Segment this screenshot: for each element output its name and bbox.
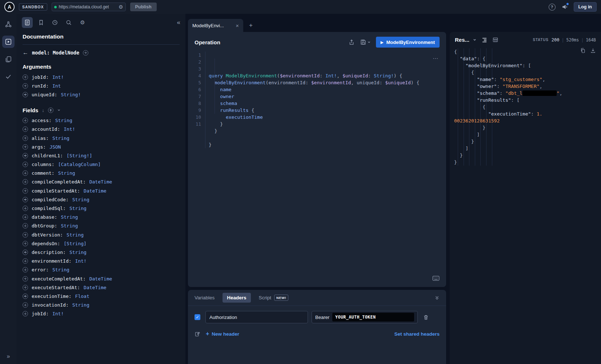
field-item[interactable]: executeCompletedAt:DateTime bbox=[17, 274, 185, 283]
code-line[interactable]: modelByEnvironment(environmentId: $envir… bbox=[209, 79, 446, 86]
operation-tab[interactable]: ModelByEnvi... × bbox=[188, 19, 243, 32]
settings-tab-icon[interactable]: ⚙ bbox=[77, 17, 88, 28]
collapse-docs-icon[interactable]: « bbox=[177, 19, 180, 26]
field-type[interactable]: Float bbox=[75, 294, 89, 299]
code-line[interactable]: executionTime bbox=[209, 114, 446, 121]
field-item[interactable]: accountId:Int! bbox=[17, 125, 185, 134]
field-item[interactable]: compiledSql:String bbox=[17, 204, 185, 213]
field-item[interactable]: environmentId:Int! bbox=[17, 257, 185, 266]
pretty-view-icon[interactable] bbox=[481, 37, 488, 43]
field-item[interactable]: columns:[CatalogColumn] bbox=[17, 160, 185, 169]
collapse-request-panel-icon[interactable] bbox=[434, 295, 440, 300]
operation-menu-icon[interactable]: ⋯ bbox=[433, 55, 439, 62]
field-type[interactable]: String bbox=[52, 136, 69, 141]
field-item[interactable]: alias:String bbox=[17, 134, 185, 142]
header-key-input[interactable] bbox=[205, 311, 308, 323]
add-to-query-icon[interactable] bbox=[23, 74, 28, 80]
argument-item[interactable]: uniqueId:String! bbox=[17, 90, 185, 99]
documentation-tab-icon[interactable] bbox=[22, 17, 33, 28]
add-to-query-icon[interactable] bbox=[23, 206, 28, 211]
history-tab-icon[interactable] bbox=[49, 17, 60, 28]
response-dropdown-chevron-icon[interactable] bbox=[473, 38, 477, 42]
field-item[interactable]: compiledCode:String bbox=[17, 195, 185, 204]
apollo-logo[interactable]: A bbox=[4, 2, 15, 12]
field-type[interactable]: String bbox=[69, 250, 87, 255]
code-line[interactable]: } bbox=[209, 141, 446, 148]
tab-script[interactable]: Script NEW! bbox=[259, 295, 289, 301]
field-type[interactable]: String bbox=[61, 223, 78, 228]
share-operation-icon[interactable] bbox=[348, 39, 355, 45]
argument-item[interactable]: jobId:Int! bbox=[17, 73, 185, 81]
tab-headers[interactable]: Headers bbox=[223, 293, 251, 303]
field-type[interactable]: Int bbox=[52, 83, 61, 89]
add-all-fields-icon[interactable] bbox=[48, 108, 53, 113]
new-header-button[interactable]: + New header bbox=[206, 331, 239, 337]
field-type[interactable]: String bbox=[67, 232, 84, 238]
add-to-query-icon[interactable] bbox=[23, 92, 28, 97]
set-shared-headers-link[interactable]: Set shared headers bbox=[394, 331, 440, 337]
field-item[interactable]: compileCompletedAt:DateTime bbox=[17, 178, 185, 186]
publish-button[interactable]: Publish bbox=[130, 3, 157, 11]
add-to-query-icon[interactable] bbox=[23, 118, 28, 123]
login-button[interactable]: Log in bbox=[574, 2, 597, 12]
add-to-query-icon[interactable] bbox=[23, 144, 28, 150]
new-tab-button[interactable]: + bbox=[247, 21, 255, 30]
keyboard-shortcuts-icon[interactable] bbox=[432, 275, 440, 281]
field-type[interactable]: String bbox=[69, 206, 87, 211]
expand-rail-icon[interactable]: » bbox=[0, 353, 17, 360]
code-line[interactable]: } bbox=[209, 128, 446, 134]
field-type[interactable]: Int! bbox=[52, 74, 64, 80]
add-to-query-icon[interactable] bbox=[23, 250, 28, 255]
add-to-query-icon[interactable] bbox=[23, 170, 28, 176]
add-to-query-icon[interactable] bbox=[23, 311, 28, 316]
field-item[interactable]: dbtGroup:String bbox=[17, 222, 185, 230]
code-line[interactable]: runResults { bbox=[209, 107, 446, 114]
field-item[interactable]: jobId:Int! bbox=[17, 310, 185, 318]
add-to-query-icon[interactable] bbox=[23, 285, 28, 290]
field-item[interactable]: args:JSON bbox=[17, 142, 185, 151]
field-item[interactable]: executionTime:Float bbox=[17, 292, 185, 300]
search-tab-icon[interactable] bbox=[63, 17, 74, 28]
field-item[interactable]: dependsOn:[String] bbox=[17, 239, 185, 248]
checks-nav-icon[interactable] bbox=[2, 70, 15, 83]
add-to-query-icon[interactable] bbox=[23, 214, 28, 220]
close-tab-icon[interactable]: × bbox=[236, 23, 239, 29]
back-icon[interactable]: ← bbox=[23, 50, 28, 56]
collections-nav-icon[interactable] bbox=[2, 53, 15, 65]
field-type[interactable]: DateTime bbox=[84, 285, 107, 290]
add-to-query-icon[interactable] bbox=[23, 83, 28, 89]
header-value-input[interactable]: Bearer YOUR_AUTH_TOKEN bbox=[312, 311, 418, 323]
field-type[interactable]: String! bbox=[61, 92, 81, 97]
add-to-query-icon[interactable] bbox=[23, 153, 28, 158]
query-editor[interactable]: 1234567891011 query ModelByEnvironment($… bbox=[188, 52, 446, 148]
delete-header-icon[interactable] bbox=[423, 314, 429, 320]
help-icon[interactable]: ? bbox=[549, 4, 556, 11]
field-type[interactable]: Int! bbox=[64, 126, 75, 132]
bulk-edit-headers-icon[interactable] bbox=[195, 331, 201, 337]
field-type[interactable]: String bbox=[72, 302, 89, 308]
add-to-query-icon[interactable] bbox=[23, 232, 28, 238]
add-to-query-icon[interactable] bbox=[23, 197, 28, 202]
announcements-icon[interactable] bbox=[561, 4, 568, 10]
field-type[interactable]: String bbox=[72, 197, 89, 202]
add-to-query-icon[interactable] bbox=[23, 294, 28, 299]
add-to-query-icon[interactable] bbox=[23, 188, 28, 194]
field-item[interactable]: description:String bbox=[17, 248, 185, 256]
field-type[interactable]: [String] bbox=[64, 241, 87, 246]
code-line[interactable]: name bbox=[209, 86, 446, 93]
field-item[interactable]: comment:String bbox=[17, 169, 185, 178]
field-item[interactable]: executeStartedAt:DateTime bbox=[17, 283, 185, 292]
code-line[interactable]: } bbox=[209, 121, 446, 128]
add-to-query-icon[interactable] bbox=[23, 162, 28, 167]
code-line[interactable]: owner bbox=[209, 93, 446, 100]
copy-response-icon[interactable] bbox=[580, 48, 586, 53]
download-response-icon[interactable] bbox=[590, 48, 596, 53]
field-type[interactable]: String bbox=[58, 170, 75, 176]
field-type[interactable]: Int! bbox=[52, 311, 64, 316]
field-type[interactable]: String bbox=[61, 214, 78, 220]
add-to-query-icon[interactable] bbox=[23, 267, 28, 272]
run-operation-button[interactable]: ▶ ModelByEnvironment bbox=[376, 37, 440, 48]
field-item[interactable]: invocationId:String bbox=[17, 301, 185, 310]
field-type[interactable]: [String!] bbox=[67, 153, 92, 158]
field-item[interactable]: compileStartedAt:DateTime bbox=[17, 186, 185, 195]
